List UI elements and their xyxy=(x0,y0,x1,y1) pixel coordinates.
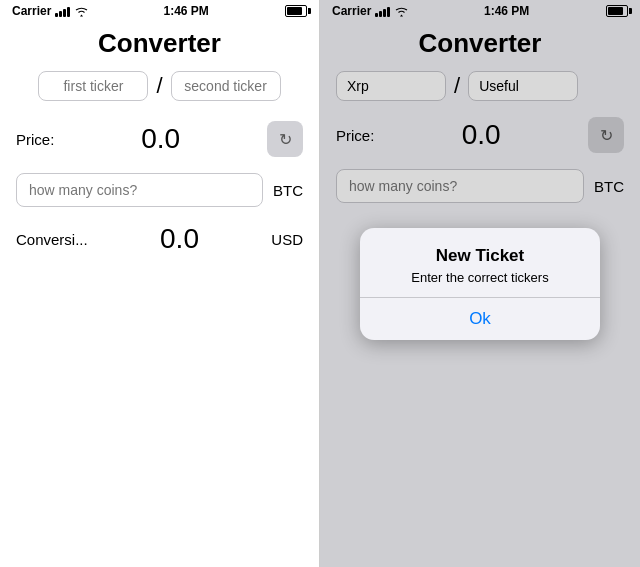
left-wifi-icon xyxy=(74,6,89,17)
left-conversion-label: Conversi... xyxy=(16,231,88,248)
right-screen: Carrier 1:46 PM Converter / Pri xyxy=(320,0,640,567)
left-nav-title: Converter xyxy=(0,22,319,71)
left-slash: / xyxy=(156,73,162,99)
left-ticker-row: / xyxy=(16,71,303,101)
left-battery-icon xyxy=(285,5,307,17)
dialog-title: New Ticket xyxy=(376,246,584,266)
left-price-row: Price: 0.0 ↻ xyxy=(16,121,303,157)
left-refresh-button[interactable]: ↻ xyxy=(267,121,303,157)
left-carrier: Carrier xyxy=(12,4,89,18)
dialog-actions: Ok xyxy=(360,298,600,340)
left-ticker1-input[interactable] xyxy=(38,71,148,101)
alert-dialog: New Ticket Enter the correct tickers Ok xyxy=(360,228,600,340)
left-conversion-currency: USD xyxy=(271,231,303,248)
dialog-ok-button[interactable]: Ok xyxy=(360,298,600,340)
left-status-bar: Carrier 1:46 PM xyxy=(0,0,319,22)
dialog-overlay: New Ticket Enter the correct tickers Ok xyxy=(320,0,640,567)
left-coin-currency: BTC xyxy=(273,182,303,199)
left-screen: Carrier 1:46 PM Converter / Pri xyxy=(0,0,320,567)
left-conversion-row: Conversi... 0.0 USD xyxy=(16,223,303,255)
dialog-message: Enter the correct tickers xyxy=(376,270,584,285)
left-time: 1:46 PM xyxy=(164,4,209,18)
left-carrier-text: Carrier xyxy=(12,4,51,18)
left-price-value: 0.0 xyxy=(54,123,267,155)
left-content: / Price: 0.0 ↻ BTC Conversi... 0.0 USD xyxy=(0,71,319,567)
dialog-content: New Ticket Enter the correct tickers xyxy=(360,228,600,297)
left-signal-icon xyxy=(55,5,70,17)
left-conversion-value: 0.0 xyxy=(88,223,272,255)
left-coin-row: BTC xyxy=(16,173,303,207)
left-ticker2-input[interactable] xyxy=(171,71,281,101)
left-coin-input[interactable] xyxy=(16,173,263,207)
left-price-label: Price: xyxy=(16,131,54,148)
